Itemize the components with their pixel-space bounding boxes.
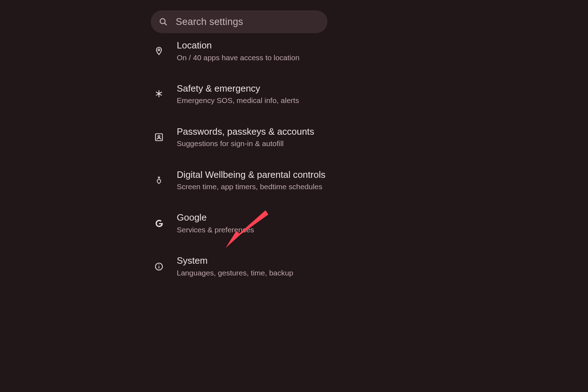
search-settings-input[interactable]: Search settings bbox=[151, 10, 327, 33]
settings-item-subtitle: Emergency SOS, medical info, alerts bbox=[177, 96, 326, 105]
svg-point-2 bbox=[158, 49, 160, 51]
settings-item-subtitle: On / 40 apps have access to location bbox=[177, 53, 326, 63]
info-circle-icon bbox=[150, 262, 167, 271]
settings-item-subtitle: Suggestions for sign-in & autofill bbox=[177, 139, 326, 149]
search-icon bbox=[159, 17, 168, 26]
settings-item-texts: Passwords, passkeys & accounts Suggestio… bbox=[177, 126, 326, 149]
svg-point-5 bbox=[158, 177, 160, 178]
settings-item-texts: Location On / 40 apps have access to loc… bbox=[177, 40, 326, 63]
search-placeholder: Search settings bbox=[176, 16, 243, 27]
settings-item-digital-wellbeing[interactable]: Digital Wellbeing & parental controls Sc… bbox=[142, 159, 335, 202]
settings-item-title: Safety & emergency bbox=[177, 83, 326, 94]
settings-item-google[interactable]: Google Services & preferences bbox=[142, 202, 335, 245]
settings-item-safety-emergency[interactable]: Safety & emergency Emergency SOS, medica… bbox=[142, 73, 335, 116]
wellbeing-icon bbox=[150, 175, 167, 185]
settings-item-title: Google bbox=[177, 212, 326, 223]
settings-list: Location On / 40 apps have access to loc… bbox=[142, 34, 335, 288]
settings-item-subtitle: Languages, gestures, time, backup bbox=[177, 268, 326, 278]
settings-item-subtitle: Services & preferences bbox=[177, 225, 326, 235]
account-box-icon bbox=[150, 133, 167, 142]
settings-item-texts: Digital Wellbeing & parental controls Sc… bbox=[177, 169, 326, 192]
settings-item-system[interactable]: System Languages, gestures, time, backup bbox=[142, 245, 335, 288]
settings-item-passwords-accounts[interactable]: Passwords, passkeys & accounts Suggestio… bbox=[142, 116, 335, 159]
settings-item-location[interactable]: Location On / 40 apps have access to loc… bbox=[142, 34, 335, 73]
asterisk-icon bbox=[150, 89, 167, 99]
svg-point-4 bbox=[158, 135, 160, 137]
svg-point-8 bbox=[159, 264, 159, 265]
settings-item-texts: System Languages, gestures, time, backup bbox=[177, 255, 326, 278]
settings-item-title: Digital Wellbeing & parental controls bbox=[177, 169, 326, 181]
settings-item-texts: Google Services & preferences bbox=[177, 212, 326, 235]
svg-line-1 bbox=[165, 23, 167, 25]
google-g-icon bbox=[150, 218, 167, 228]
settings-item-texts: Safety & emergency Emergency SOS, medica… bbox=[177, 83, 326, 106]
location-pin-icon bbox=[150, 46, 167, 56]
settings-item-title: System bbox=[177, 255, 326, 267]
settings-item-title: Location bbox=[177, 40, 326, 51]
settings-item-subtitle: Screen time, app timers, bedtime schedul… bbox=[177, 182, 326, 192]
settings-screen: Search settings Location On / 40 apps ha… bbox=[142, 0, 335, 318]
svg-point-0 bbox=[160, 19, 165, 24]
settings-item-title: Passwords, passkeys & accounts bbox=[177, 126, 326, 138]
